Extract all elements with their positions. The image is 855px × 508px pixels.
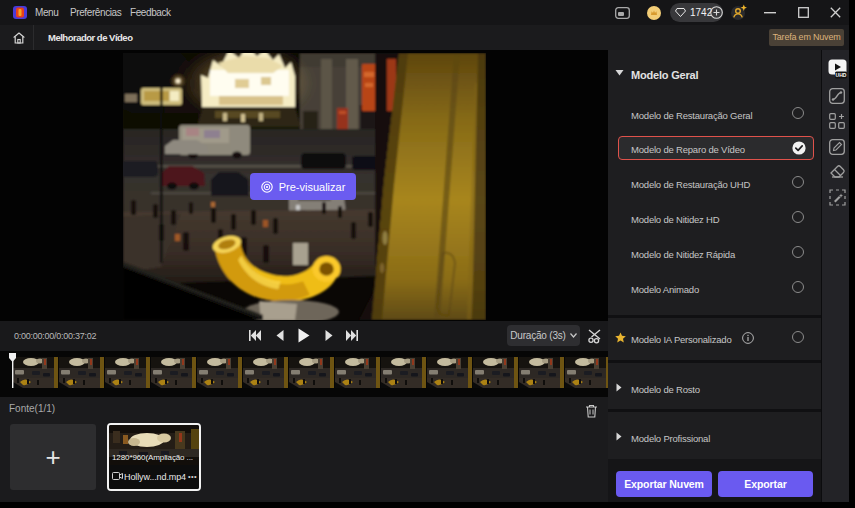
svg-text:UHD: UHD	[836, 72, 847, 78]
